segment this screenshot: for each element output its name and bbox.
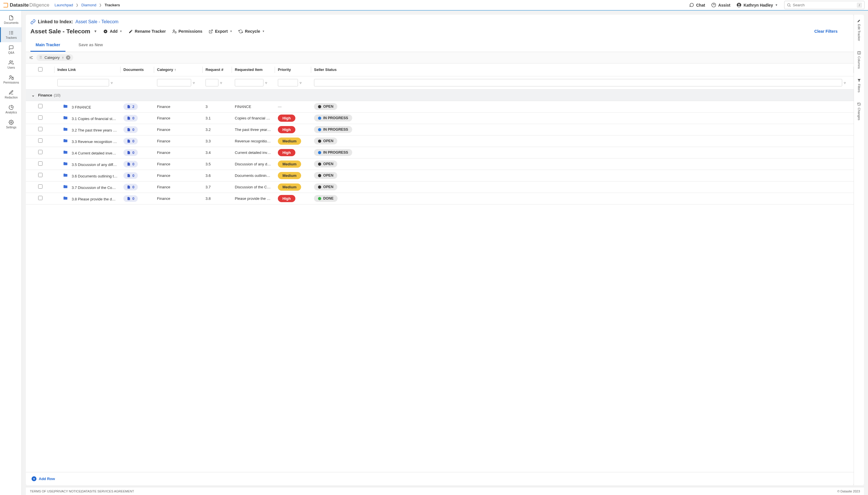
filter-status-input[interactable] [314, 79, 842, 86]
sidebar-item-qa[interactable]: Q&A [0, 42, 21, 57]
sidebar-item-trackers[interactable]: Trackers [0, 27, 21, 42]
table-row[interactable]: 3 FINANCE 2 Finance 3 FINANCE — OPEN [26, 101, 854, 112]
table-row[interactable]: 3.1 Copies of financial state… 0 Finance… [26, 112, 854, 124]
search-box[interactable]: / [784, 1, 865, 9]
row-checkbox[interactable] [38, 150, 42, 154]
folder-icon [63, 173, 68, 177]
title-dropdown-icon[interactable]: ▼ [94, 29, 97, 33]
sidebar-item-redaction[interactable]: Redaction [0, 87, 21, 102]
document-icon [127, 105, 131, 108]
clear-filters-button[interactable]: Clear Filters [814, 29, 837, 34]
documents-pill[interactable]: 0 [123, 149, 138, 156]
column-priority[interactable]: Priority [275, 64, 311, 76]
documents-pill[interactable]: 0 [123, 138, 138, 144]
row-checkbox[interactable] [38, 127, 42, 131]
permissions-button[interactable]: Permissions [172, 29, 202, 34]
crumb-diamond[interactable]: Diamond [81, 3, 96, 7]
recycle-icon [239, 29, 243, 34]
tracker-table: Index Link Documents Category ↑ Request … [26, 64, 854, 204]
chat-button[interactable]: Chat [689, 3, 705, 7]
user-menu[interactable]: Kathryn Hadley ▼ [736, 3, 778, 7]
column-category[interactable]: Category ↑ [154, 64, 203, 76]
documents-pill[interactable]: 0 [123, 184, 138, 190]
table-row[interactable]: 3.3 Revenue recognition poli 0 Finance 3… [26, 135, 854, 147]
select-all-checkbox[interactable] [38, 67, 42, 71]
sidebar-item-documents[interactable]: Documents [0, 12, 21, 27]
add-button[interactable]: Add ▼ [103, 29, 122, 34]
row-checkbox[interactable] [38, 138, 42, 143]
collapse-icon[interactable]: ⌄ [32, 93, 35, 97]
recycle-button[interactable]: Recycle ▼ [239, 29, 265, 34]
rail-filters[interactable]: Filters [857, 79, 861, 92]
documents-pill[interactable]: 0 [123, 172, 138, 179]
column-seller-status[interactable]: Seller Status [311, 64, 854, 76]
filter-request-input[interactable] [206, 79, 219, 86]
filter-icon[interactable]: ▿ [300, 81, 302, 85]
filter-icon[interactable]: ▿ [844, 81, 846, 85]
tab-save-as-new[interactable]: Save as New [73, 39, 108, 52]
row-checkbox[interactable] [38, 104, 42, 108]
linked-target[interactable]: Asset Sale - Telecom [75, 19, 119, 24]
rail-changes[interactable]: Changes [857, 102, 861, 120]
remove-group-icon[interactable]: ✕ [66, 55, 70, 60]
folder-icon [63, 184, 68, 189]
status-dot-icon [318, 105, 321, 108]
rail-edit-tracker[interactable]: Edit Tracker [857, 19, 861, 41]
filter-category-input[interactable] [157, 79, 191, 86]
search-input[interactable] [793, 3, 857, 7]
table-row[interactable]: 3.2 The past three years of d 0 Finance … [26, 124, 854, 135]
documents-pill[interactable]: 0 [123, 115, 138, 121]
footer-terms[interactable]: TERMS OF USE [30, 490, 54, 493]
documents-pill[interactable]: 0 [123, 126, 138, 133]
footer-privacy[interactable]: PRIVACY NOTICE [54, 490, 81, 493]
table-row[interactable]: 3.4 Current detailed inventor 0 Finance … [26, 147, 854, 158]
filter-priority-input[interactable] [278, 79, 298, 86]
category-cell: Finance [154, 135, 203, 147]
filter-icon[interactable]: ▿ [265, 81, 267, 85]
table-row[interactable]: 3.7 Discussion of the Compa 0 Finance 3.… [26, 181, 854, 193]
footer-agreement[interactable]: DATASITE SERVICES AGREEMENT [82, 490, 134, 493]
status-dot-icon [318, 128, 321, 131]
sort-asc-icon[interactable]: ↑ [62, 55, 64, 60]
assist-button[interactable]: Assist [711, 3, 730, 7]
row-checkbox[interactable] [38, 161, 42, 166]
row-checkbox[interactable] [38, 184, 42, 189]
filter-icon[interactable]: ▿ [220, 81, 222, 85]
column-index-link[interactable]: Index Link [54, 64, 121, 76]
sidebar-item-users[interactable]: Users [0, 57, 21, 72]
rail-columns[interactable]: Columns [857, 51, 861, 69]
filter-item-input[interactable] [235, 79, 263, 86]
sidebar-item-analytics[interactable]: Analytics [0, 102, 21, 117]
drag-handle-icon[interactable]: ⠿ [39, 55, 42, 60]
documents-pill[interactable]: 0 [123, 195, 138, 202]
document-icon [127, 174, 131, 177]
brand-logo[interactable]: DatasiteDiligence [3, 2, 49, 8]
documents-pill[interactable]: 2 [123, 103, 138, 110]
row-checkbox[interactable] [38, 196, 42, 200]
sidebar-item-settings[interactable]: Settings [0, 117, 21, 132]
category-cell: Finance [154, 147, 203, 158]
rename-button[interactable]: Rename Tracker [128, 29, 166, 34]
tab-main-tracker[interactable]: Main Tracker [31, 39, 66, 52]
table-row[interactable]: 3.8 Please provide the detail 0 Finance … [26, 193, 854, 204]
sidebar-item-permissions[interactable]: Permissions [0, 72, 21, 87]
filter-icon[interactable]: ▿ [193, 81, 195, 85]
column-request[interactable]: Request # [203, 64, 232, 76]
add-row-button[interactable]: + Add Row [26, 472, 854, 485]
status-dot-icon [318, 139, 321, 143]
documents-pill[interactable]: 0 [123, 161, 138, 167]
group-by-chip[interactable]: ⠿ Category ↑ ✕ [36, 54, 73, 61]
table-row[interactable]: 3.5 Discussion of any differe 0 Finance … [26, 158, 854, 170]
filter-icon[interactable]: ▿ [111, 81, 113, 85]
filter-index-input[interactable] [57, 79, 109, 86]
export-button[interactable]: Export ▼ [209, 29, 232, 34]
table-row[interactable]: 3.6 Documents outlining the 0 Finance 3.… [26, 170, 854, 181]
tree-indent-icon[interactable] [29, 55, 34, 60]
column-documents[interactable]: Documents [121, 64, 154, 76]
category-cell: Finance [154, 101, 203, 112]
crumb-launchpad[interactable]: Launchpad [54, 3, 73, 7]
group-header-row[interactable]: ⌄ Finance (10) [26, 89, 854, 101]
row-checkbox[interactable] [38, 116, 42, 120]
row-checkbox[interactable] [38, 173, 42, 177]
column-requested-item[interactable]: Requested Item [232, 64, 275, 76]
